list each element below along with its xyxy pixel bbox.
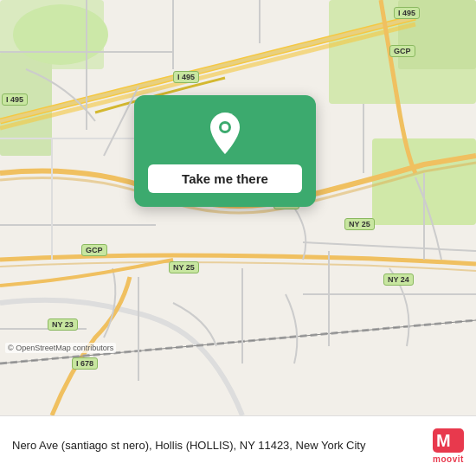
moovit-logo: M moovit — [433, 428, 464, 464]
svg-point-5 — [13, 4, 108, 65]
take-me-there-button[interactable]: Take me there — [148, 164, 302, 193]
road-label-i495-top: I 495 — [394, 7, 420, 19]
moovit-icon: M — [433, 428, 464, 453]
road-label-i495-center: I 495 — [173, 71, 199, 83]
svg-text:M: M — [436, 431, 451, 450]
road-label-i495-left: I 495 — [2, 93, 28, 106]
road-label-i678: I 678 — [72, 357, 98, 370]
bottom-info-bar: Nero Ave (santiago st nero), Hollis (HOL… — [0, 415, 476, 476]
map-attribution: © OpenStreetMap contributors — [5, 343, 116, 353]
map-roads — [0, 0, 476, 415]
road-label-ny25-left: NY 25 — [169, 261, 199, 273]
road-label-ny24: NY 24 — [383, 273, 414, 286]
road-label-ny25-right: NY 25 — [344, 218, 375, 230]
address-text: Nero Ave (santiago st nero), Hollis (HOL… — [12, 438, 422, 453]
map: I 495 I 495 I 495 GCP GCP GCP NY 25 NY 2… — [0, 0, 476, 415]
moovit-label: moovit — [433, 454, 464, 464]
svg-point-25 — [222, 124, 228, 131]
road-label-gcp-left: GCP — [81, 244, 107, 256]
map-pin-icon — [206, 111, 244, 156]
location-card: Take me there — [134, 95, 316, 207]
road-label-gcp-top: GCP — [389, 45, 415, 57]
road-label-ny23: NY 23 — [48, 318, 78, 331]
